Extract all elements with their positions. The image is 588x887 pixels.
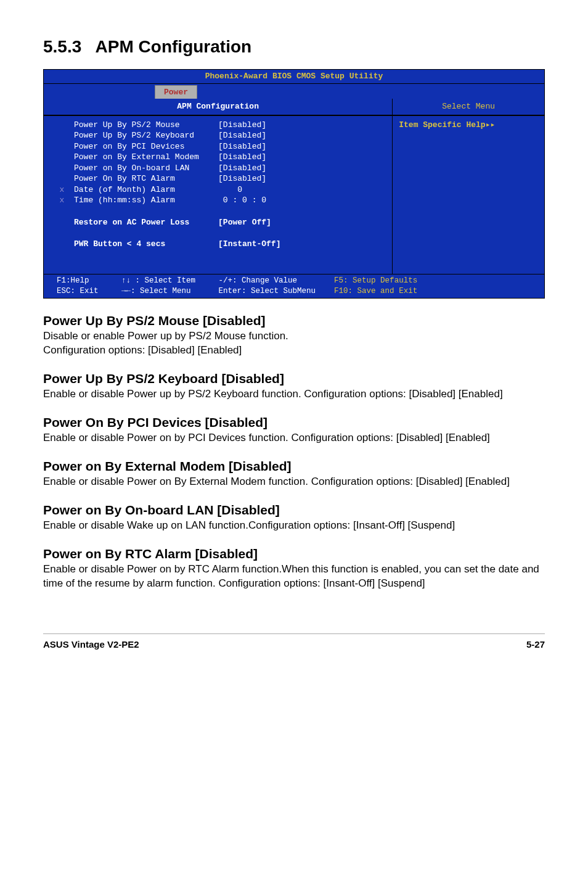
subheading: Power Up By PS/2 Mouse [Disabled] <box>43 313 545 328</box>
bios-tab-power: Power <box>155 85 197 99</box>
bios-title: Phoenix-Award BIOS CMOS Setup Utility <box>205 72 383 81</box>
bios-header-main: APM Configuration <box>44 99 393 115</box>
footer-right: 5-27 <box>526 639 545 650</box>
body-text: Disable or enable Power up by PS/2 Mouse… <box>43 329 545 358</box>
subheading: Power Up By PS/2 Keyboard [Disabled] <box>43 371 545 386</box>
subheading: Power on By External Modem [Disabled] <box>43 459 545 474</box>
bios-header-row: APM Configuration Select Menu <box>44 99 544 115</box>
bios-help-text: Item Specific Help▸▸ <box>393 116 544 134</box>
body-text: Enable or disable Power on by RTC Alarm … <box>43 563 545 591</box>
bios-header-right: Select Menu <box>393 99 544 115</box>
bios-tab-row: Power <box>44 84 544 99</box>
subheading: Power on By On-board LAN [Disabled] <box>43 503 545 518</box>
bios-item-list: Power Up By PS/2 Mouse [Disabled] Power … <box>44 116 392 274</box>
body-text: Enable or disable Power up by PS/2 Keybo… <box>43 387 545 402</box>
body-text: Enable or disable Wake up on LAN functio… <box>43 519 545 533</box>
bios-body: Power Up By PS/2 Mouse [Disabled] Power … <box>44 115 544 274</box>
subheading: Power on By RTC Alarm [Disabled] <box>43 547 545 561</box>
bios-screenshot: Phoenix-Award BIOS CMOS Setup Utility Po… <box>43 69 545 299</box>
subheading: Power On By PCI Devices [Disabled] <box>43 415 545 430</box>
page-footer: ASUS Vintage V2-PE2 5-27 <box>43 633 545 650</box>
body-text: Enable or disable Power on by PCI Device… <box>43 431 545 445</box>
body-text: Enable or disable Power on By External M… <box>43 475 545 489</box>
bios-title-bar: Phoenix-Award BIOS CMOS Setup Utility <box>44 70 544 84</box>
bios-help-panel: Item Specific Help▸▸ <box>393 116 544 274</box>
bios-main-panel: Power Up By PS/2 Mouse [Disabled] Power … <box>44 116 393 274</box>
section-number: 5.5.3 <box>43 37 81 56</box>
section-title-text: APM Configuration <box>96 37 252 56</box>
bios-footer: F1:Help ↑↓ : Select Item -/+: Change Val… <box>44 274 544 298</box>
footer-left: ASUS Vintage V2-PE2 <box>43 639 139 650</box>
section-title: 5.5.3 APM Configuration <box>43 37 545 57</box>
